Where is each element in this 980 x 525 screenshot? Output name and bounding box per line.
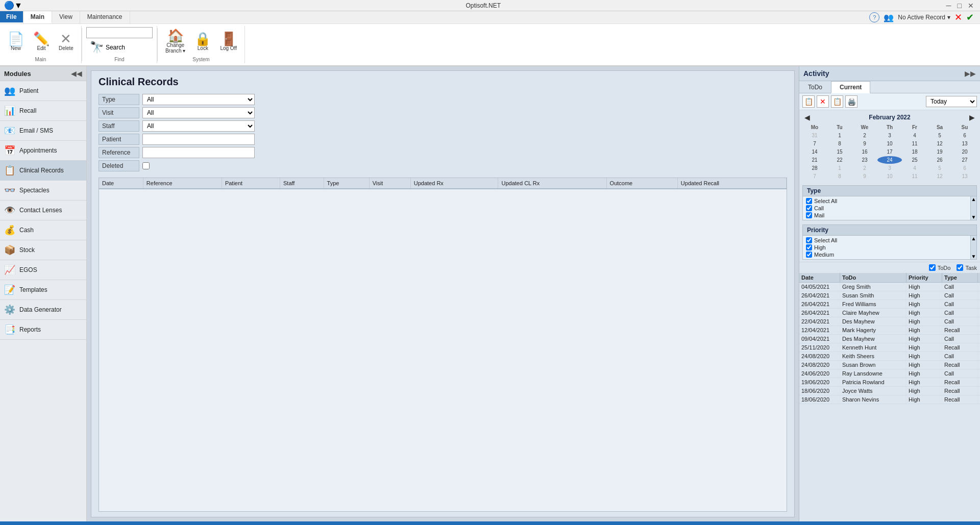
sidebar-item-spectacles[interactable]: 👓Spectacles	[0, 181, 86, 201]
cal-day-0-1[interactable]: 1	[827, 132, 852, 139]
no-active-close-icon[interactable]: ✕	[954, 12, 962, 23]
todo-checkbox[interactable]	[929, 264, 936, 271]
cal-day-1-5[interactable]: 12	[927, 140, 952, 147]
restore-button[interactable]: □	[955, 2, 964, 10]
cal-day-5-0[interactable]: 7	[802, 172, 827, 180]
cal-day-0-0[interactable]: 31	[802, 132, 827, 139]
sidebar-item-email-sms[interactable]: 📧Email / SMS	[0, 121, 86, 141]
activity-row-7[interactable]: 25/11/2020 Kenneth Hunt High Recall	[799, 343, 980, 352]
activity-row-0[interactable]: 04/05/2021 Greg Smith High Call	[799, 283, 980, 291]
cal-day-2-0[interactable]: 14	[802, 148, 827, 156]
tab-todo[interactable]: ToDo	[799, 81, 831, 93]
cal-day-0-3[interactable]: 3	[877, 132, 902, 139]
task-checkbox[interactable]	[957, 264, 963, 271]
cal-day-4-2[interactable]: 2	[852, 164, 877, 172]
activity-row-5[interactable]: 12/04/2021 Mark Hagerty High Recall	[799, 326, 980, 335]
activity-row-11[interactable]: 19/06/2020 Patricia Rowland High Recall	[799, 378, 980, 387]
sidebar-item-appointments[interactable]: 📅Appointments	[0, 141, 86, 161]
cal-day-5-2[interactable]: 9	[852, 172, 877, 180]
activity-tool-btn-4[interactable]: 🖨️	[845, 95, 857, 108]
cal-day-3-2[interactable]: 23	[852, 156, 877, 164]
sidebar-item-recall[interactable]: 📊Recall	[0, 101, 86, 121]
calendar-prev-button[interactable]: ◀	[804, 113, 810, 121]
filter-type-select[interactable]: All	[142, 94, 255, 105]
type-scroll-up[interactable]: ▲	[971, 196, 976, 202]
activity-row-10[interactable]: 24/06/2020 Ray Lansdowne High Call	[799, 369, 980, 378]
cal-day-3-5[interactable]: 26	[927, 156, 952, 164]
cal-day-3-4[interactable]: 25	[902, 156, 927, 164]
close-button[interactable]: ✕	[966, 2, 976, 10]
type-select-all-checkbox[interactable]	[806, 198, 812, 204]
log-off-button[interactable]: 🚪 Log Off	[216, 31, 240, 53]
edit-button[interactable]: ✏️ Edit	[30, 31, 53, 53]
filter-visit-select[interactable]: All	[142, 107, 255, 118]
cal-day-2-5[interactable]: 19	[927, 148, 952, 156]
sidebar-item-templates[interactable]: 📝Templates	[0, 280, 86, 300]
cal-day-3-3[interactable]: 24	[877, 156, 902, 164]
cal-day-3-1[interactable]: 22	[827, 156, 852, 164]
cal-day-4-5[interactable]: 5	[927, 164, 952, 172]
filter-reference-input[interactable]	[142, 147, 255, 158]
cal-day-5-5[interactable]: 12	[927, 172, 952, 180]
help-icon[interactable]: ?	[869, 12, 879, 22]
activity-row-3[interactable]: 26/04/2021 Claire Mayhew High Call	[799, 309, 980, 317]
sidebar-item-clinical-records[interactable]: 📋Clinical Records	[0, 161, 86, 181]
search-input[interactable]	[86, 27, 153, 38]
change-branch-button[interactable]: 🏠 ChangeBranch ▾	[162, 28, 189, 55]
type-scroll-down[interactable]: ▼	[971, 214, 976, 220]
cal-day-2-1[interactable]: 15	[827, 148, 852, 156]
activity-row-12[interactable]: 18/06/2020 Joyce Watts High Recall	[799, 387, 980, 395]
activity-tool-btn-1[interactable]: 📋	[802, 95, 815, 108]
activity-date-select[interactable]: Today This Week This Month	[926, 96, 977, 107]
no-active-record[interactable]: No Active Record ▾	[898, 14, 950, 21]
cal-day-3-0[interactable]: 21	[802, 156, 827, 164]
tab-view[interactable]: View	[52, 11, 80, 23]
activity-tool-btn-3[interactable]: 📋	[831, 95, 843, 108]
type-mail-checkbox[interactable]	[806, 212, 812, 218]
sidebar-item-reports[interactable]: 📑Reports	[0, 320, 86, 340]
cal-day-5-3[interactable]: 10	[877, 172, 902, 180]
minimize-button[interactable]: ─	[944, 2, 953, 10]
delete-button[interactable]: ✕ Delete	[55, 31, 77, 53]
tab-main[interactable]: Main	[23, 11, 52, 23]
cal-day-1-2[interactable]: 9	[852, 140, 877, 147]
cal-day-2-3[interactable]: 17	[877, 148, 902, 156]
cal-day-1-4[interactable]: 11	[902, 140, 927, 147]
cal-day-1-6[interactable]: 13	[952, 140, 977, 147]
cal-day-0-4[interactable]: 4	[902, 132, 927, 139]
sidebar-item-patient[interactable]: 👥Patient	[0, 81, 86, 101]
activity-row-6[interactable]: 09/04/2021 Des Mayhew High Call	[799, 335, 980, 343]
filter-patient-input[interactable]	[142, 134, 255, 145]
cal-day-0-5[interactable]: 5	[927, 132, 952, 139]
cal-day-0-6[interactable]: 6	[952, 132, 977, 139]
cal-day-4-1[interactable]: 1	[827, 164, 852, 172]
cal-day-4-4[interactable]: 4	[902, 164, 927, 172]
cal-day-4-6[interactable]: 6	[952, 164, 977, 172]
priority-scroll-up[interactable]: ▲	[971, 236, 976, 241]
cal-day-4-3[interactable]: 3	[877, 164, 902, 172]
cal-day-1-3[interactable]: 10	[877, 140, 902, 147]
priority-high-checkbox[interactable]	[806, 244, 812, 251]
sidebar-item-contact-lenses[interactable]: 👁️Contact Lenses	[0, 201, 86, 220]
cal-day-2-4[interactable]: 18	[902, 148, 927, 156]
type-call-checkbox[interactable]	[806, 205, 812, 211]
cal-day-5-6[interactable]: 13	[952, 172, 977, 180]
priority-select-all-checkbox[interactable]	[806, 237, 812, 243]
calendar-next-button[interactable]: ▶	[969, 113, 975, 121]
activity-row-2[interactable]: 26/04/2021 Fred Williams High Call	[799, 300, 980, 309]
activity-row-13[interactable]: 18/06/2020 Sharon Nevins High Recall	[799, 395, 980, 404]
search-button[interactable]: 🔭 Search	[86, 39, 129, 56]
lock-button[interactable]: 🔒 Lock	[191, 31, 214, 53]
cal-day-5-4[interactable]: 11	[902, 172, 927, 180]
sidebar-collapse-icon[interactable]: ◀◀	[71, 69, 82, 78]
tab-current[interactable]: Current	[831, 81, 870, 93]
sidebar-item-egos[interactable]: 📈EGOS	[0, 260, 86, 280]
cal-day-2-2[interactable]: 16	[852, 148, 877, 156]
no-active-check-icon[interactable]: ✔	[966, 12, 974, 23]
priority-medium-checkbox[interactable]	[806, 252, 812, 258]
activity-row-8[interactable]: 24/08/2020 Keith Sheers High Call	[799, 352, 980, 361]
tab-file[interactable]: File	[0, 11, 23, 23]
activity-row-1[interactable]: 26/04/2021 Susan Smith High Call	[799, 291, 980, 300]
sidebar-item-cash[interactable]: 💰Cash	[0, 220, 86, 240]
sidebar-item-stock[interactable]: 📦Stock	[0, 240, 86, 260]
